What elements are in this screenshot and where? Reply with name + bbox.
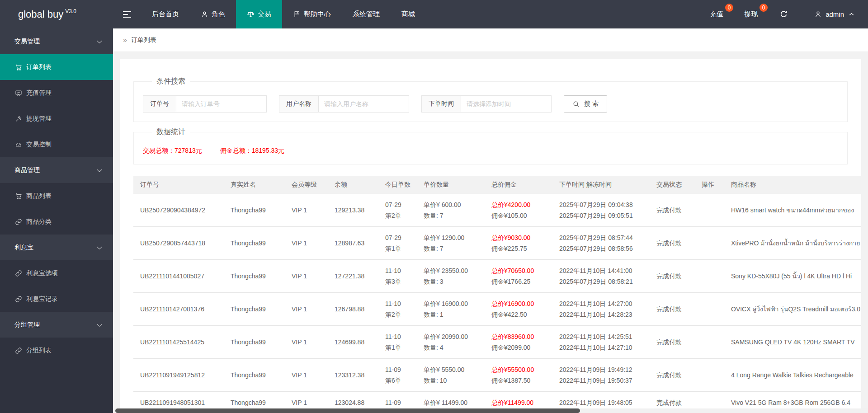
total-price: 总价¥83960.00 — [491, 331, 546, 342]
order-day: 07-29 — [385, 232, 410, 243]
unfreeze-time: 2025年07月29日 09:05:51 — [559, 210, 643, 221]
user-menu[interactable]: admin — [802, 0, 868, 28]
username-label: 用户名称 — [279, 95, 319, 113]
commission-total: 佣金总额：18195.33元 — [220, 147, 284, 155]
nav-item-trade[interactable]: 交易 — [236, 0, 282, 28]
nav-label: 系统管理 — [353, 10, 380, 19]
sidebar-item-label: 利息宝记录 — [26, 295, 58, 303]
sidebar-item-label: 商品分类 — [26, 218, 52, 226]
order-time: 2022年11月09日 19:49:12 — [559, 364, 643, 375]
order-seq: 第6单 — [385, 375, 410, 386]
nav-label: 后台首页 — [152, 10, 179, 19]
gauge-icon — [15, 141, 22, 148]
cell-action — [695, 194, 724, 227]
order-time-input[interactable] — [461, 95, 552, 113]
sidebar-item-interest-records[interactable]: 利息宝记录 — [0, 286, 113, 312]
col-trade-status: 交易状态 — [650, 176, 695, 194]
order-seq: 第2单 — [385, 210, 410, 221]
nav-item-home[interactable]: 后台首页 — [141, 0, 190, 28]
group-label: 交易管理 — [14, 38, 40, 46]
nav-item-help-center[interactable]: 帮助中心 — [282, 0, 342, 28]
order-day: 11-10 — [385, 298, 410, 309]
unit-price: 单价¥ 11499.00 — [424, 397, 478, 408]
order-seq: 第1单 — [385, 243, 410, 254]
flag-icon — [293, 10, 301, 18]
group-label: 分组管理 — [14, 321, 40, 329]
search-icon — [572, 100, 580, 108]
nav-item-mall[interactable]: 商城 — [391, 0, 426, 28]
order-day: 07-29 — [385, 199, 410, 210]
col-product-name: 商品名称 — [724, 176, 861, 194]
group-label: 商品管理 — [14, 166, 40, 174]
search-button[interactable]: 搜 索 — [564, 95, 607, 113]
cell-vip-level: VIP 1 — [285, 293, 328, 326]
sidebar-item-label: 充值管理 — [26, 89, 52, 97]
refresh-button[interactable] — [772, 0, 795, 28]
cell-action — [695, 227, 724, 260]
sidebar-item-group-list[interactable]: 分组列表 — [0, 338, 113, 363]
cell-vip-level: VIP 1 — [285, 227, 328, 260]
sidebar-group-trade-management[interactable]: 交易管理 — [0, 28, 113, 54]
cell-today-orders: 11-09 第6单 — [378, 359, 417, 392]
topbar: global buy V3.0 后台首页 角色 交易 帮助中心 系统管理 商城 — [0, 0, 868, 28]
sidebar-item-trade-control[interactable]: 交易控制 — [0, 131, 113, 157]
commission: 佣金¥225.75 — [491, 243, 546, 254]
total-price: 总价¥9030.00 — [491, 232, 546, 243]
cell-product-name: SAMSUNG QLED TV 4K 120Hz SMART TV — [724, 326, 861, 359]
cell-unit-price-qty: 单价¥ 16900.00 数量: 1 — [417, 293, 485, 326]
group-label: 利息宝 — [14, 244, 33, 252]
cell-balance: 124699.88 — [328, 326, 378, 359]
unit-price: 单价¥ 23550.00 — [424, 265, 478, 276]
sidebar-group-product-management[interactable]: 商品管理 — [0, 157, 113, 183]
nav-item-role[interactable]: 角色 — [190, 0, 236, 28]
order-no-input[interactable] — [176, 95, 267, 113]
chevron-down-icon — [97, 167, 102, 172]
order-time: 2025年07月29日 09:04:38 — [559, 199, 643, 210]
cell-trade-status: 完成付款 — [650, 260, 695, 293]
chevron-down-icon — [97, 38, 102, 43]
scrollbar-thumb[interactable] — [115, 408, 580, 413]
sidebar-item-order-list[interactable]: 订单列表 — [0, 54, 113, 80]
quantity: 数量: 7 — [424, 243, 478, 254]
cell-trade-status: 完成付款 — [650, 359, 695, 392]
cell-today-orders: 11-10 第3单 — [378, 260, 417, 293]
sidebar-item-withdraw-management[interactable]: 提现管理 — [0, 106, 113, 131]
nav-item-system[interactable]: 系统管理 — [342, 0, 391, 28]
cell-real-name: Thongcha99 — [224, 227, 285, 260]
order-seq: 第1单 — [385, 342, 410, 353]
link-icon — [15, 218, 22, 225]
order-no-label: 订单号 — [143, 95, 176, 113]
horizontal-scrollbar[interactable] — [113, 408, 868, 413]
sidebar: 交易管理 订单列表 充值管理 提现管理 交易控制 商品管理 商品列表 商品分类 … — [0, 28, 113, 413]
username-input[interactable] — [319, 95, 409, 113]
cell-order-no: UB2211091949125812 — [133, 359, 224, 392]
sidebar-item-interest-options[interactable]: 利息宝选项 — [0, 260, 113, 286]
col-balance: 余额 — [328, 176, 378, 194]
sidebar-toggle-button[interactable] — [113, 0, 141, 28]
app-logo: global buy V3.0 — [0, 0, 113, 28]
cell-real-name: Thongcha99 — [224, 359, 285, 392]
total-price: 总价¥4200.00 — [491, 199, 546, 210]
cell-action — [695, 260, 724, 293]
recharge-link[interactable]: 充值 0 — [703, 0, 730, 28]
sidebar-item-recharge-management[interactable]: 充值管理 — [0, 80, 113, 106]
sidebar-item-product-list[interactable]: 商品列表 — [0, 183, 113, 209]
cell-product-name: 4 Long Range Walkie Talkies Rechargeable — [724, 359, 861, 392]
withdraw-link[interactable]: 提现 0 — [738, 0, 764, 28]
cell-order-unfreeze-time: 2025年07月29日 09:04:38 2025年07月29日 09:05:5… — [552, 194, 650, 227]
cell-today-orders: 11-10 第1单 — [378, 326, 417, 359]
commission: 佣金¥105.00 — [491, 210, 546, 221]
nav-label: 帮助中心 — [304, 10, 331, 19]
cell-product-name: XtivePRO ม้านั่งยกน้ำหนัก ม้านั่งบริหารร… — [724, 227, 861, 260]
cell-order-no: UB2211101427001376 — [133, 293, 224, 326]
sidebar-item-label: 分组列表 — [26, 347, 52, 355]
sidebar-item-product-category[interactable]: 商品分类 — [0, 209, 113, 235]
recharge-label: 充值 — [710, 10, 723, 19]
refresh-icon — [779, 10, 788, 19]
sidebar-group-interest-treasure[interactable]: 利息宝 — [0, 235, 113, 260]
sidebar-group-grouping-management[interactable]: 分组管理 — [0, 312, 113, 338]
order-day: 11-10 — [385, 265, 410, 276]
chevron-up-icon — [848, 10, 855, 18]
withdraw-badge: 0 — [760, 4, 768, 12]
col-unit-price-qty: 单价数量 — [417, 176, 485, 194]
